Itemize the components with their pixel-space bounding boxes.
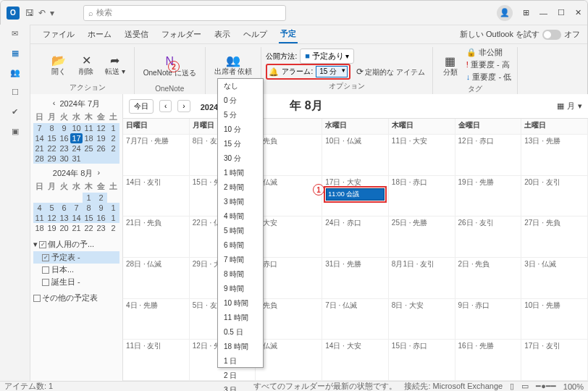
tab-appointment[interactable]: 予定 <box>279 25 298 43</box>
mini-cal-prev[interactable]: ‹ <box>53 98 56 109</box>
calendar-cell[interactable]: · 先負 <box>256 135 322 176</box>
calendar-cell[interactable]: 14日 · 大安 <box>322 340 389 381</box>
tab-folder[interactable]: フォルダー <box>160 26 203 43</box>
calendar-cell[interactable]: 25日 · 先勝 <box>389 216 455 258</box>
alarm-option[interactable]: 9 時間 <box>218 282 263 296</box>
nav-more-icon[interactable]: ▣ <box>12 127 19 136</box>
calendar-cell[interactable]: 17日 · 友引 <box>521 340 588 381</box>
mini-calendar-aug[interactable]: 日月火水木金土 12 4567891 1112131415161 1819202… <box>33 180 119 233</box>
calendar-cell[interactable]: · 先負 <box>256 299 322 340</box>
calendar-cell[interactable]: · 大安 <box>256 216 322 258</box>
calendar-cell[interactable]: 11日 · 大安 <box>389 135 455 176</box>
calendar-cell[interactable]: 21日 · 先負 <box>123 216 190 258</box>
importance-low-button[interactable]: ↓ 重要度 - 低 <box>466 72 511 83</box>
maximize-icon[interactable]: ☐ <box>558 8 565 17</box>
alarm-option[interactable]: 6 時間 <box>218 238 263 253</box>
alarm-option[interactable]: 11 時間 <box>218 311 263 325</box>
close-icon[interactable]: ✕ <box>575 8 581 17</box>
alarm-option[interactable]: 0 分 <box>218 93 263 108</box>
tab-sendreceive[interactable]: 送受信 <box>123 26 150 43</box>
my-calendars-header[interactable]: ▾✓個人用の予... <box>33 237 119 251</box>
next-button[interactable]: › <box>177 100 190 112</box>
open-button[interactable]: 📂開く <box>47 47 70 81</box>
alarm-option[interactable]: 3 時間 <box>218 195 263 209</box>
importance-high-button[interactable]: ! 重要度 - 高 <box>466 59 511 70</box>
alarm-option[interactable]: 10 分 <box>218 122 263 137</box>
calendar-cell[interactable]: 10日 · 仏滅 <box>322 135 389 176</box>
nav-people-icon[interactable]: 👥 <box>10 68 20 77</box>
calendar-cell[interactable]: 8日 · 大安 <box>389 299 455 340</box>
today-button[interactable]: 今日 <box>129 99 154 114</box>
other-calendars-header[interactable]: その他の予定表 <box>33 291 119 305</box>
view-icon[interactable]: ▦ <box>557 101 564 111</box>
categorize-button[interactable]: ▦分類 <box>439 47 462 83</box>
calendar-cell[interactable]: 10日 · 先勝 <box>521 299 588 340</box>
alarm-option[interactable]: 5 分 <box>218 108 263 122</box>
calendar-cell[interactable]: · 仏滅 <box>256 176 322 217</box>
recurrence-button[interactable]: ⟳定期的な アイテム <box>353 63 428 80</box>
nav-tasks-icon[interactable]: ☐ <box>12 88 19 97</box>
alarm-option[interactable]: 10 時間 <box>218 296 263 311</box>
calendar-item-japan[interactable]: 日本... <box>33 264 119 276</box>
ribbon-options-icon[interactable]: ⊞ <box>523 8 529 17</box>
alarm-select[interactable]: 15 分 <box>316 66 348 77</box>
calendar-cell[interactable]: 15日 · 赤口 <box>389 340 455 381</box>
alarm-option[interactable]: 1 時間 <box>218 166 263 180</box>
new-outlook-toggle[interactable] <box>542 30 561 40</box>
view-select[interactable]: 月 <box>567 101 575 112</box>
search-input[interactable]: 検索 <box>83 5 286 21</box>
calendar-cell[interactable]: 17日 · 大安11:00 会議 <box>322 176 389 217</box>
nav-todo-icon[interactable]: ✔ <box>12 107 18 117</box>
tab-view[interactable]: 表示 <box>213 26 232 43</box>
calendar-cell[interactable]: 24日 · 赤口 <box>322 216 389 258</box>
alarm-option[interactable]: 7 時間 <box>218 253 263 267</box>
mini-cal-next[interactable]: › <box>97 168 100 179</box>
calendar-cell[interactable]: 26日 · 友引 <box>455 216 522 258</box>
alarm-option[interactable]: 18 時間 <box>218 340 263 354</box>
calendar-cell[interactable]: 4日 · 先勝 <box>123 299 190 340</box>
view-reading-icon[interactable]: ▭ <box>521 382 529 391</box>
calendar-item-birthday[interactable]: 誕生日 - <box>33 276 119 288</box>
private-button[interactable]: 🔒 非公開 <box>466 47 511 58</box>
alarm-option[interactable]: 2 日 <box>218 369 263 383</box>
invite-button[interactable]: 👥出席者 依頼 <box>211 47 256 81</box>
calendar-cell[interactable]: 16日 · 先勝 <box>455 340 522 381</box>
qat-save-icon[interactable]: 🖫 <box>25 8 34 18</box>
alarm-option[interactable]: 0.5 日 <box>218 325 263 340</box>
calendar-cell[interactable]: 19日 · 先勝 <box>455 176 522 217</box>
calendar-cell[interactable]: 12日 · 赤口 <box>455 135 522 176</box>
calendar-cell[interactable]: 3日 · 仏滅 <box>521 258 588 299</box>
calendar-cell[interactable]: 18日 · 赤口 <box>389 176 455 217</box>
calendar-event[interactable]: 11:00 会議 <box>324 186 387 203</box>
calendar-cell[interactable]: 14日 · 友引 <box>123 176 190 217</box>
publish-select[interactable]: ■ 予定あり ▾ <box>300 49 354 64</box>
delete-button[interactable]: ✕削除 <box>75 47 98 81</box>
nav-mail-icon[interactable]: ✉ <box>12 29 18 38</box>
avatar[interactable]: 👤 <box>497 5 513 21</box>
view-normal-icon[interactable]: ▯ <box>510 382 514 391</box>
prev-button[interactable]: ‹ <box>159 100 172 112</box>
tab-home[interactable]: ホーム <box>86 26 113 43</box>
qat-more-icon[interactable]: ▾ <box>50 8 54 18</box>
calendar-cell[interactable]: 7月7日 · 先勝 <box>123 135 190 176</box>
calendar-cell[interactable]: 20日 · 友引 <box>521 176 588 217</box>
forward-button[interactable]: ➦転送 ▾ <box>102 47 128 81</box>
calendar-item-default[interactable]: ✓予定表 - <box>33 251 119 264</box>
alarm-option[interactable]: 3 日 <box>218 383 263 391</box>
calendar-cell[interactable]: 28日 · 仏滅 <box>123 258 190 299</box>
alarm-dropdown[interactable]: なし0 分5 分10 分15 分30 分1 時間2 時間3 時間4 時間5 時間… <box>217 78 264 368</box>
minimize-icon[interactable]: — <box>539 9 547 17</box>
alarm-option[interactable]: 8 時間 <box>218 267 263 282</box>
calendar-cell[interactable]: 9日 · 赤口 <box>455 299 522 340</box>
calendar-cell[interactable]: 7日 · 仏滅 <box>322 299 389 340</box>
calendar-cell[interactable]: 8月1日 · 友引 <box>389 258 455 299</box>
alarm-option[interactable]: 30 分 <box>218 151 263 166</box>
qat-undo-icon[interactable]: ↶ <box>38 8 46 18</box>
alarm-option[interactable]: 2 時間 <box>218 180 263 195</box>
alarm-option[interactable]: 4 時間 <box>218 209 263 224</box>
tab-file[interactable]: ファイル <box>41 26 76 43</box>
calendar-cell[interactable]: 11日 · 友引 <box>123 340 190 381</box>
alarm-option[interactable]: 1 日 <box>218 354 263 369</box>
mini-calendar-july[interactable]: 日月火水木金土 7891011121 1415161718192 2122232… <box>33 111 119 164</box>
calendar-cell[interactable]: · 赤口 <box>256 258 322 299</box>
